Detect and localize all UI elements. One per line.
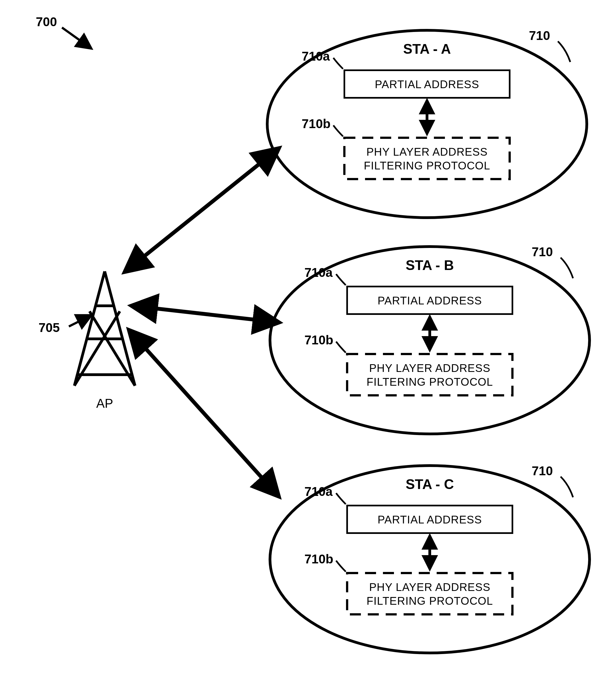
sta-b-name: STA - B [406,258,454,273]
sta-b-filter-l1: PHY LAYER ADDRESS [369,362,490,374]
sta-b-filter-l2: FILTERING PROTOCOL [367,376,493,388]
sta-c-partial-label: PARTIAL ADDRESS [378,514,482,526]
sta-a-filter-l2: FILTERING PROTOCOL [364,159,490,172]
ap-label: AP [96,396,113,411]
station-a: STA - A 710 710a PARTIAL ADDRESS 710b PH… [267,28,587,218]
sta-a-partial-label: PARTIAL ADDRESS [375,78,479,90]
sta-c-filter-l1: PHY LAYER ADDRESS [369,581,490,593]
connections [125,149,278,496]
sta-b-ref: 710 [532,244,553,259]
sta-c-partial-ref: 710a [304,484,333,499]
figure-ref: 700 [36,14,57,29]
sta-a-filter-ref: 710b [302,117,331,131]
ap-node: AP 705 [39,271,135,411]
sta-a-filter-l1: PHY LAYER ADDRESS [367,146,488,158]
figure-ref-arrow [62,28,91,48]
ap-ref-arrow [69,315,91,327]
station-b: STA - B 710 710a PARTIAL ADDRESS 710b PH… [270,244,589,434]
sta-b-partial-label: PARTIAL ADDRESS [378,295,482,307]
svg-line-9 [129,331,278,496]
sta-b-filter-ref: 710b [304,333,333,347]
ap-ref: 705 [39,321,60,335]
sta-c-filter-l2: FILTERING PROTOCOL [367,595,493,607]
svg-line-7 [125,149,278,271]
station-c: STA - C 710 710a PARTIAL ADDRESS 710b PH… [270,464,589,653]
svg-line-8 [132,306,278,322]
sta-a-name: STA - A [403,41,451,57]
sta-c-name: STA - C [406,477,454,492]
sta-b-partial-ref: 710a [304,265,333,279]
sta-c-filter-ref: 710b [304,552,333,566]
sta-a-partial-ref: 710a [302,49,330,63]
sta-a-ref: 710 [529,28,550,43]
sta-c-ref: 710 [532,464,553,478]
